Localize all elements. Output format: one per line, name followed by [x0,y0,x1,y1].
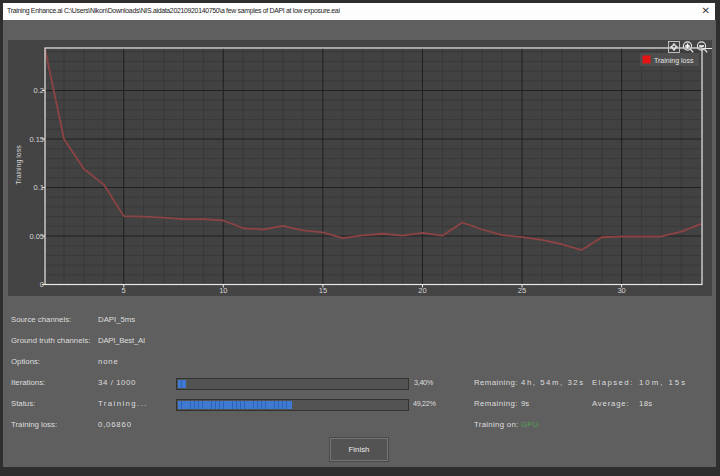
svg-text:5: 5 [122,286,126,295]
svg-text:25: 25 [518,286,526,295]
svg-text:20: 20 [418,286,426,295]
svg-text:0.1: 0.1 [34,183,44,192]
svg-text:Training loss: Training loss [15,145,23,185]
svg-text:0: 0 [40,280,44,289]
svg-text:0.2: 0.2 [34,86,44,95]
svg-text:10: 10 [219,286,227,295]
svg-text:Training loss: Training loss [654,57,694,65]
svg-text:30: 30 [617,286,625,295]
svg-text:0.15: 0.15 [29,135,44,144]
svg-text:15: 15 [319,286,327,295]
svg-text:0.05: 0.05 [29,232,44,241]
